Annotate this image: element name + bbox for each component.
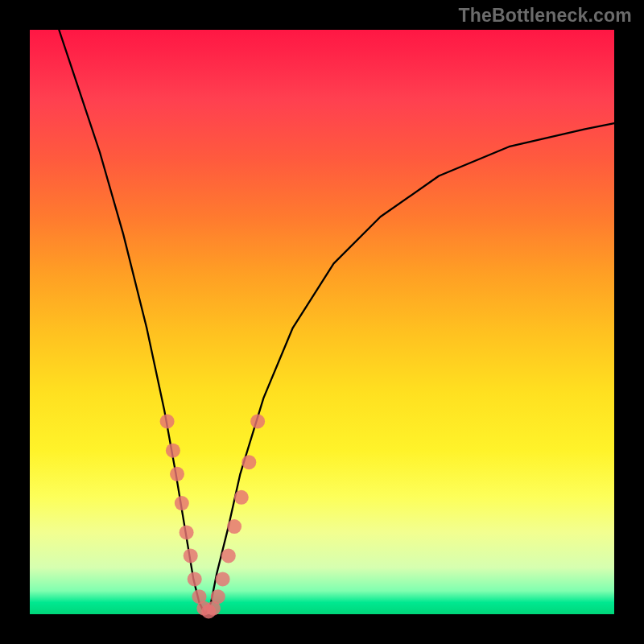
watermark-text: TheBottleneck.com xyxy=(458,5,632,27)
chart-frame: TheBottleneck.com xyxy=(0,0,644,644)
plot-background-gradient xyxy=(30,30,614,614)
